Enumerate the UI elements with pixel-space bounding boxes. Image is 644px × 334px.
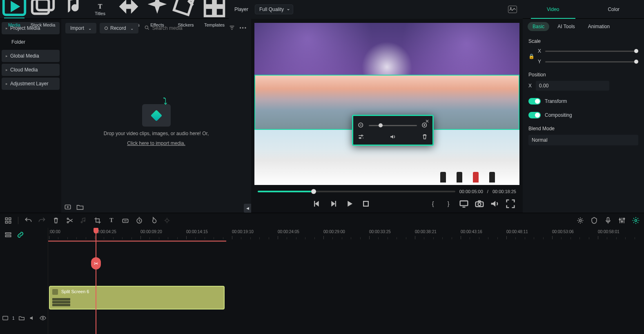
top-tab-audio[interactable]: Audio [57, 0, 86, 18]
track-folder-icon[interactable] [18, 314, 25, 322]
timeline-view-icon[interactable] [4, 231, 12, 239]
top-tab-titles[interactable]: T Titles [86, 0, 114, 18]
delete-icon[interactable] [421, 133, 428, 140]
filter-icon[interactable] [229, 24, 235, 32]
svg-point-38 [42, 317, 44, 319]
text-icon[interactable]: T [107, 216, 116, 225]
import-media-link[interactable]: Click here to import media. [127, 140, 185, 146]
next-frame-button[interactable] [328, 198, 339, 209]
track-visibility-icon[interactable] [39, 314, 47, 322]
import-button[interactable]: Import [65, 23, 96, 33]
mic-icon[interactable] [604, 216, 612, 225]
mark-out-icon[interactable]: } [443, 198, 454, 209]
progress-bar[interactable] [258, 191, 455, 192]
more-icon[interactable]: ••• [239, 25, 247, 31]
top-tab-stickers[interactable]: Stickers [172, 0, 200, 18]
diamond-icon [150, 109, 162, 121]
drop-zone[interactable]: ⤵ Drop your video clips, images, or audi… [61, 38, 251, 213]
media-icon [0, 0, 29, 22]
timeline-ruler[interactable]: :00:0000:00:04:2500:00:09:2000:00:14:150… [48, 228, 644, 242]
position-x-input[interactable] [536, 81, 609, 91]
zoom-out-icon[interactable] [357, 122, 365, 129]
top-tab-effects[interactable]: Effects [143, 0, 172, 18]
panel-tab-color[interactable]: Color [584, 0, 644, 19]
transform-label: Transform [545, 98, 567, 104]
transform-toggle[interactable] [528, 98, 541, 105]
scale-x-slider[interactable] [545, 51, 638, 52]
zoom-slider[interactable] [369, 125, 417, 126]
search-icon [144, 25, 150, 32]
fullscreen-button[interactable] [505, 198, 516, 209]
keyframe-icon[interactable] [163, 216, 171, 225]
sidebar-item-folder[interactable]: Folder [2, 36, 60, 48]
folder-icon: ⤵ [142, 104, 171, 127]
svg-rect-23 [9, 221, 11, 223]
new-bin-icon[interactable] [64, 203, 72, 211]
panel-tab-video[interactable]: Video [523, 0, 584, 19]
camera-icon[interactable] [474, 198, 485, 209]
blend-mode-select[interactable]: Normal [528, 135, 638, 145]
adjust-icon[interactable] [357, 133, 365, 140]
render-icon[interactable] [576, 216, 584, 225]
record-button[interactable]: Record [100, 23, 138, 33]
sidebar-item-global-media[interactable]: ▸Global Media [2, 50, 60, 62]
playhead[interactable]: ✂ [96, 228, 96, 334]
templates-icon [200, 0, 229, 22]
player-canvas[interactable]: ✕ [254, 23, 519, 185]
subtab-animation[interactable]: Animation [583, 22, 615, 31]
redo-icon[interactable] [38, 216, 46, 225]
delete-timeline-icon[interactable] [52, 216, 60, 225]
svg-rect-15 [335, 201, 336, 207]
svg-rect-21 [9, 218, 11, 220]
mark-in-icon[interactable]: { [427, 198, 439, 209]
volume-icon[interactable] [389, 133, 397, 140]
timer-icon[interactable] [135, 216, 143, 225]
stop-button[interactable] [360, 198, 372, 209]
speed-icon[interactable] [121, 216, 129, 225]
subtab-ai-tools[interactable]: AI Tools [553, 22, 579, 31]
top-tab-stock-media[interactable]: Stock Media [29, 0, 57, 18]
scale-y-slider[interactable] [545, 61, 638, 62]
close-icon[interactable]: ✕ [425, 118, 429, 124]
layout-icon[interactable] [4, 216, 12, 225]
music-icon[interactable] [80, 216, 88, 225]
collapse-sidebar-button[interactable]: ◀ [244, 204, 251, 213]
chevron-right-icon: ▸ [6, 54, 8, 58]
search-input[interactable] [152, 25, 205, 31]
top-tab-media[interactable]: Media [0, 0, 29, 18]
compositing-toggle[interactable] [528, 112, 541, 118]
undo-icon[interactable] [24, 216, 32, 225]
svg-rect-16 [363, 201, 368, 206]
sidebar-item-cloud-media[interactable]: ▸Cloud Media [2, 64, 60, 76]
color-icon[interactable] [149, 216, 157, 225]
quality-select[interactable]: Full Quality [255, 4, 293, 14]
time-current: 00:00:05:00 [459, 189, 483, 194]
svg-rect-17 [460, 201, 468, 206]
svg-rect-36 [5, 236, 11, 237]
crop-icon[interactable] [94, 216, 102, 225]
subtab-basic[interactable]: Basic [528, 22, 549, 31]
svg-rect-2 [37, 0, 53, 10]
lock-icon[interactable]: 🔒 [528, 53, 535, 59]
chevron-right-icon: ▸ [6, 68, 8, 72]
play-button[interactable] [344, 198, 355, 209]
track-mute-icon[interactable] [29, 314, 36, 322]
volume-button[interactable] [489, 198, 501, 209]
prev-frame-button[interactable] [311, 198, 323, 209]
new-folder-icon[interactable] [76, 203, 84, 211]
snapshot-icon[interactable] [508, 6, 517, 13]
display-icon[interactable] [458, 198, 470, 209]
top-tab-templates[interactable]: Templates [200, 0, 229, 18]
top-tab-transitions[interactable]: Transitions [114, 0, 143, 18]
ai-icon[interactable] [632, 216, 640, 225]
marker-icon[interactable] [590, 216, 598, 225]
split-handle[interactable]: ✂ [91, 257, 101, 269]
svg-rect-30 [607, 218, 609, 221]
split-icon[interactable] [66, 216, 74, 225]
audio-icon [57, 0, 86, 22]
track-type-icon[interactable] [2, 314, 9, 322]
link-icon[interactable] [16, 231, 25, 239]
timeline-clip[interactable]: Split Screen 6 [49, 286, 225, 310]
mixer-icon[interactable] [618, 216, 626, 225]
sidebar-item-adjustment-layer[interactable]: ▸Adjustment Layer [2, 78, 60, 90]
